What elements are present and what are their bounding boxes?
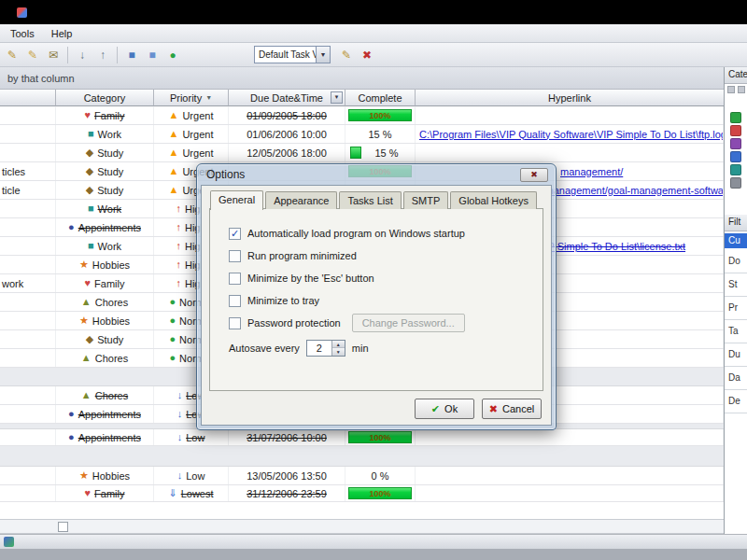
task-name-cell	[0, 386, 56, 404]
chevron-down-icon[interactable]: ▼	[316, 47, 330, 63]
priority-icon: ●	[169, 315, 176, 326]
checkbox[interactable]: ✓	[229, 228, 241, 240]
edit-filter-icon[interactable]: ✎	[337, 46, 356, 64]
category-color-icon[interactable]	[730, 125, 741, 136]
header-due-date[interactable]: Due Date&Time ▼	[229, 90, 345, 106]
checkbox[interactable]	[229, 317, 241, 329]
category-icon: ▲	[81, 390, 92, 400]
autosave-spinner[interactable]: 2 ▲ ▼	[306, 340, 345, 357]
group-by-hint: by that column	[7, 73, 75, 84]
header-priority[interactable]: Priority ▼	[154, 90, 229, 106]
header-complete-label: Complete	[358, 92, 402, 104]
mail-icon[interactable]: ✉	[44, 46, 63, 64]
task-name-cell	[0, 106, 56, 124]
category-cell: ♥Family	[56, 274, 154, 292]
category-cell: ◆Study	[56, 181, 154, 199]
refresh-icon[interactable]: ●	[163, 46, 182, 64]
header-hyperlink[interactable]: Hyperlink	[416, 90, 724, 106]
category-label: Hobbies	[92, 259, 130, 271]
tab-global-hotkeys[interactable]: Global Hotkeys	[450, 191, 537, 209]
delete-filter-icon[interactable]: ✖	[358, 46, 376, 64]
task-view-combo[interactable]: Default Task V ▼	[254, 46, 331, 63]
panel-view-icon[interactable]: ■	[122, 46, 141, 64]
task-name-cell	[0, 200, 56, 217]
tab-appearance[interactable]: Appearance	[265, 191, 337, 209]
category-color-icon[interactable]	[730, 164, 741, 175]
category-color-icon[interactable]	[730, 112, 741, 123]
group-by-bar[interactable]: by that column	[0, 67, 747, 90]
ok-button[interactable]: ✔ Ok	[415, 399, 474, 419]
task-row[interactable]: ●Appointments↓Low31/07/2006 10:00100%	[0, 429, 724, 446]
category-color-icon[interactable]	[730, 138, 741, 149]
panel-tool-icon[interactable]	[738, 86, 745, 93]
category-icon: ♥	[85, 488, 92, 498]
autosave-input[interactable]: 2	[307, 341, 331, 356]
spinner-up-icon[interactable]: ▲	[332, 341, 345, 348]
checkbox[interactable]	[229, 250, 241, 262]
hyperlink[interactable]: s/management/goal-management-software	[537, 185, 724, 196]
move-up-icon[interactable]: ↑	[93, 46, 112, 64]
move-down-icon[interactable]: ↓	[73, 46, 92, 64]
checkbox[interactable]	[229, 273, 241, 285]
menu-help[interactable]: Help	[43, 26, 81, 41]
category-label: Hobbies	[92, 315, 130, 327]
category-icon: ♥	[85, 278, 92, 288]
filter-item-selected[interactable]: Cu	[725, 233, 747, 248]
new-task-checkbox[interactable]	[58, 522, 68, 532]
filter-item[interactable]: De	[725, 390, 747, 413]
task-row[interactable]: ♥Family⇓Lowest31/12/2006 23:59100%	[0, 485, 724, 502]
priority-icon: ↓	[177, 432, 183, 442]
tab-smtp[interactable]: SMTP	[403, 191, 449, 209]
toolbar-separator	[117, 47, 118, 63]
category-label: Appointments	[78, 409, 141, 420]
menu-tools[interactable]: Tools	[2, 26, 43, 41]
hyperlink[interactable]: C:\Program Files\VIP Quality Software\VI…	[419, 129, 724, 140]
task-row[interactable]: ■Work▲Urgent01/06/2006 10:0015 %C:\Progr…	[0, 125, 724, 144]
priority-label: Low	[186, 432, 204, 443]
edit-task-icon[interactable]: ✎	[23, 46, 42, 64]
category-color-icon[interactable]	[730, 151, 741, 162]
filter-item[interactable]: Da	[725, 367, 747, 390]
autosave-row: Autosave every 2 ▲ ▼ min	[210, 340, 543, 357]
task-row[interactable]: ◆Study▲Urgent12/05/2006 18:0015 %	[0, 144, 724, 162]
filter-item[interactable]: Pr	[725, 297, 747, 320]
close-icon[interactable]: ✖	[520, 168, 548, 182]
category-label: Chores	[95, 390, 128, 401]
tab-tasks-list[interactable]: Tasks List	[339, 191, 401, 209]
header-priority-label: Priority	[170, 92, 202, 104]
category-color-icon[interactable]	[730, 177, 741, 189]
checkbox[interactable]	[229, 295, 241, 307]
header-category[interactable]: Category	[56, 90, 154, 106]
new-task-icon[interactable]: ✎	[3, 46, 21, 64]
header-task-name[interactable]	[0, 90, 56, 106]
priority-label: Urgent	[182, 129, 213, 140]
category-icon: ◆	[86, 334, 93, 344]
task-name-cell	[0, 144, 56, 161]
task-name-cell: ticle	[0, 181, 56, 199]
ok-button-label: Ok	[444, 403, 458, 414]
panel-tool-icon[interactable]	[727, 86, 735, 93]
hyperlink[interactable]: management/	[560, 166, 623, 177]
window-titlebar[interactable]	[0, 0, 747, 24]
new-task-row[interactable]	[0, 519, 724, 534]
status-icon	[4, 537, 14, 547]
filter-item[interactable]: St	[725, 273, 747, 297]
change-password-button[interactable]: Change Password...	[352, 314, 465, 332]
header-complete[interactable]: Complete	[345, 90, 416, 106]
priority-icon: ⇓	[168, 488, 176, 498]
tab-general[interactable]: General	[210, 190, 263, 210]
grid-view-icon[interactable]: ■	[143, 46, 162, 64]
priority-icon: ↑	[176, 241, 181, 251]
task-row[interactable]: ♥Family▲Urgent01/09/2005 18:00100%	[0, 106, 724, 125]
filter-item[interactable]: Ta	[725, 320, 747, 343]
priority-icon: ↑	[176, 278, 181, 288]
task-name-cell	[0, 237, 56, 255]
task-row[interactable]: ★Hobbies↓Low13/05/2006 13:500 %	[0, 467, 724, 485]
filter-item[interactable]: Du	[725, 343, 747, 367]
category-icon: ★	[79, 259, 89, 270]
filter-item[interactable]: Do	[725, 250, 747, 273]
filter-dropdown-icon[interactable]: ▼	[331, 91, 343, 104]
cancel-button[interactable]: ✖ Cancel	[482, 399, 542, 419]
spinner-down-icon[interactable]: ▼	[332, 348, 345, 356]
header-due-label: Due Date&Time	[250, 92, 323, 104]
